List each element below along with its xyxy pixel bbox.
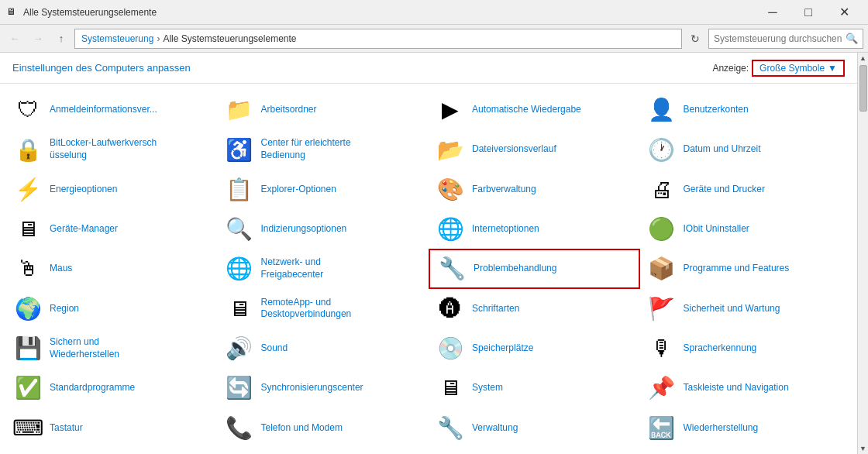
bitlocker-icon: 🔒	[12, 134, 43, 165]
grid-item-center[interactable]: ♿Center für erleichterte Bedienung	[218, 129, 429, 169]
back-button[interactable]: ←	[5, 29, 25, 49]
search-input[interactable]	[714, 33, 842, 44]
grid-item-schrift[interactable]: 🅐Schriftarten	[429, 289, 640, 328]
grid-item-energie[interactable]: ⚡Energieoptionen	[6, 170, 218, 209]
explorer-icon: 📋	[224, 174, 255, 205]
iobit-label: IObit Uninstaller	[684, 223, 749, 236]
energie-icon: ⚡	[12, 174, 43, 205]
grid-item-maus[interactable]: 🖱Maus	[6, 249, 218, 288]
grid-item-standard[interactable]: ✅Standardprogramme	[6, 368, 218, 408]
programme-label: Programme und Features	[684, 263, 790, 275]
grid-item-sprache[interactable]: 🎙Spracherkennung	[640, 328, 852, 368]
autowieder-label: Automatische Wiedergabe	[472, 104, 581, 116]
standard-label: Standardprogramme	[50, 382, 135, 394]
grid-item-netz[interactable]: 🌐Netzwerk- und Freigabecenter	[218, 249, 429, 288]
energie-label: Energieoptionen	[50, 184, 117, 196]
grid-item-farb[interactable]: 🎨Farbverwaltung	[429, 170, 640, 209]
farb-icon: 🎨	[435, 174, 466, 205]
window-controls: ─ □ ✕	[755, 0, 862, 25]
content-header: Einstellungen des Computers anpassen Anz…	[0, 53, 857, 84]
grid-item-arbeits[interactable]: 📁Arbeitsordner	[218, 90, 429, 129]
netz-icon: 🌐	[224, 253, 255, 284]
grid-item-iobit[interactable]: 🟢IObit Uninstaller	[640, 209, 852, 249]
grid-item-region[interactable]: 🌍Region	[6, 289, 218, 328]
schrift-icon: 🅐	[435, 293, 466, 324]
breadcrumb-current: Alle Systemsteuerungselemente	[163, 33, 296, 44]
geraete-mgr-icon: 🖥	[12, 214, 43, 245]
scroll-thumb[interactable]	[859, 65, 867, 112]
grid-item-bitlocker[interactable]: 🔒BitLocker-Laufwerkversch üsselung	[6, 129, 218, 169]
internet-label: Internetoptionen	[472, 223, 539, 236]
grid-item-programme[interactable]: 📦Programme und Features	[640, 249, 852, 288]
grid-item-tastatur[interactable]: ⌨Tastatur	[6, 408, 218, 448]
sync-label: Synchronisierungscenter	[261, 382, 363, 394]
grid-item-remote[interactable]: 🖥RemoteApp- und Desktopverbindungen	[218, 289, 429, 328]
anmelde-label: Anmeldeinformationsver...	[50, 104, 157, 116]
internet-icon: 🌐	[435, 214, 466, 245]
netz-label: Netzwerk- und Freigabecenter	[261, 256, 324, 280]
address-box[interactable]: Systemsteuerung › Alle Systemsteuerungse…	[74, 29, 682, 49]
maus-icon: 🖱	[12, 253, 43, 284]
iobit-icon: 🟢	[646, 214, 677, 245]
tastatur-label: Tastatur	[50, 422, 83, 435]
grid-item-sicher-wart[interactable]: 🚩Sicherheit und Wartung	[640, 289, 852, 328]
grid-item-wiederher[interactable]: 🔙Wiederherstellung	[640, 408, 852, 448]
grid-item-geraete[interactable]: 🖨Geräte und Drucker	[640, 170, 852, 209]
refresh-button[interactable]: ↻	[685, 29, 705, 49]
grid-item-explorer[interactable]: 📋Explorer-Optionen	[218, 170, 429, 209]
indiz-label: Indizierungsoptionen	[261, 223, 347, 236]
dropdown-arrow-icon: ▼	[828, 63, 837, 74]
grid-item-autowieder[interactable]: ▶Automatische Wiedergabe	[429, 90, 640, 129]
grid-item-problem[interactable]: 🔧Problembehandlung	[429, 249, 640, 288]
grid-item-benutzer[interactable]: 👤Benutzerkonten	[640, 90, 852, 129]
region-icon: 🌍	[12, 293, 43, 324]
dateiversions-icon: 📂	[435, 134, 466, 165]
grid-item-internet[interactable]: 🌐Internetoptionen	[429, 209, 640, 249]
search-box[interactable]: 🔍	[708, 29, 863, 49]
grid-item-sichern[interactable]: 💾Sichern und Wiederherstellen	[6, 328, 218, 368]
speicher-icon: 💿	[435, 333, 466, 364]
maus-label: Maus	[50, 263, 72, 275]
datum-label: Datum und Uhrzeit	[684, 143, 761, 156]
speicher-label: Speicherplätze	[472, 342, 533, 355]
problem-icon: 🔧	[436, 253, 467, 284]
items-grid: 🛡Anmeldeinformationsver...📁Arbeitsordner…	[0, 84, 857, 454]
sprache-icon: 🎙	[646, 333, 677, 364]
grid-item-taskbar[interactable]: 📌Taskleiste und Navigation	[640, 368, 852, 408]
close-button[interactable]: ✕	[826, 0, 862, 25]
benutzer-label: Benutzerkonten	[684, 104, 749, 116]
forward-button[interactable]: →	[28, 29, 48, 49]
grid-item-geraete-mgr[interactable]: 🖥Geräte-Manager	[6, 209, 218, 249]
view-control: Anzeige: Große Symbole ▼	[712, 60, 845, 77]
minimize-button[interactable]: ─	[755, 0, 790, 25]
verwaltung-label: Verwaltung	[472, 422, 518, 435]
verwaltung-icon: 🔧	[435, 412, 466, 443]
sound-label: Sound	[261, 342, 288, 355]
titlebar: 🖥 Alle Systemsteuerungselemente ─ □ ✕	[0, 0, 868, 25]
system-label: System	[472, 382, 503, 394]
schrift-label: Schriftarten	[472, 303, 519, 315]
grid-item-telefon[interactable]: 📞Telefon und Modem	[218, 408, 429, 448]
grid-item-speicher[interactable]: 💿Speicherplätze	[429, 328, 640, 368]
arbeits-icon: 📁	[224, 95, 255, 126]
explorer-label: Explorer-Optionen	[261, 184, 336, 196]
scroll-down-button[interactable]: ▼	[858, 443, 869, 454]
maximize-button[interactable]: □	[790, 0, 826, 25]
dateiversions-label: Dateiversionsverlauf	[472, 143, 556, 156]
grid-item-anmelde[interactable]: 🛡Anmeldeinformationsver...	[6, 90, 218, 129]
grid-item-datum[interactable]: 🕐Datum und Uhrzeit	[640, 129, 852, 169]
grid-item-dateiversions[interactable]: 📂Dateiversionsverlauf	[429, 129, 640, 169]
bitlocker-label: BitLocker-Laufwerkversch üsselung	[50, 137, 157, 161]
taskbar-icon: 📌	[646, 373, 677, 404]
grid-item-sound[interactable]: 🔊Sound	[218, 328, 429, 368]
grid-item-sync[interactable]: 🔄Synchronisierungscenter	[218, 368, 429, 408]
grid-item-system[interactable]: 🖥System	[429, 368, 640, 408]
up-button[interactable]: ↑	[51, 29, 71, 49]
grid-item-verwaltung[interactable]: 🔧Verwaltung	[429, 408, 640, 448]
grid-item-indiz[interactable]: 🔍Indizierungsoptionen	[218, 209, 429, 249]
main-area: Einstellungen des Computers anpassen Anz…	[0, 53, 868, 454]
scroll-up-button[interactable]: ▲	[858, 53, 869, 64]
remote-icon: 🖥	[224, 293, 255, 324]
view-dropdown[interactable]: Große Symbole ▼	[752, 60, 845, 77]
geraete-label: Geräte und Drucker	[684, 184, 765, 196]
